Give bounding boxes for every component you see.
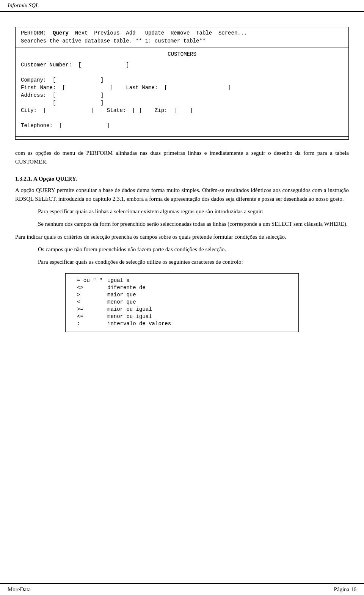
terminal-form-row: Address: [ ] [21, 92, 343, 98]
perform-label: PERFORM: [21, 29, 53, 37]
terminal-form-row: Company: [ ] [21, 77, 343, 83]
code-symbol: > [77, 292, 107, 298]
terminal-top-bar: PERFORM: Query Next Previous Add Update … [16, 27, 348, 47]
terminal-block: PERFORM: Query Next Previous Add Update … [15, 27, 349, 140]
code-description: diferente de [107, 285, 287, 291]
code-description: maior que [107, 292, 287, 298]
menu-items: Next Previous Add Update Remove Table Sc… [69, 29, 247, 37]
codes-table: = ou " "igual a<>diferente de>maior que<… [65, 273, 299, 332]
intro-text: com as opções do menu de PERFORM alinhad… [15, 149, 349, 167]
terminal-form-row: [ ] [21, 100, 343, 106]
header-title: Informix SQL [8, 2, 39, 9]
code-row: <=menor ou igual [77, 313, 287, 320]
query-bold: Query [53, 29, 69, 37]
code-description: igual a [107, 277, 287, 283]
terminal-form-row [21, 69, 343, 76]
code-row: <>diferente de [77, 285, 287, 291]
code-description: menor que [107, 299, 287, 305]
form-title: CUSTOMERS [21, 51, 343, 57]
terminal-line2: Searches the active database table. ** 1… [21, 37, 343, 45]
code-symbol: = ou " " [77, 277, 107, 283]
code-row: >=maior ou igual [77, 306, 287, 312]
terminal-form-row: First Name: [ ] Last Name: [ ] [21, 85, 343, 91]
code-row: >maior que [77, 292, 287, 298]
terminal-inner: CUSTOMERS Customer Number: [ ] Company: … [16, 47, 348, 136]
code-symbol: >= [77, 306, 107, 312]
terminal-form-row: City: [ ] State: [ ] Zip: [ ] [21, 107, 343, 113]
para6: Para especificar quais as condições de s… [38, 258, 349, 266]
terminal-bottom-border [16, 136, 348, 139]
code-description: menor ou igual [107, 313, 287, 320]
form-rows: Customer Number: [ ] Company: [ ]First N… [21, 62, 343, 129]
footer-right: Página 16 [334, 586, 356, 593]
terminal-form-row: Customer Number: [ ] [21, 62, 343, 68]
code-symbol: <= [77, 313, 107, 320]
code-symbol: : [77, 321, 107, 327]
page-footer: MoreData Página 16 [0, 583, 364, 595]
code-row: = ou " "igual a [77, 277, 287, 283]
para2: Para especificar quais as linhas a selec… [38, 207, 349, 216]
para3: Se nenhum dos campos da form for preench… [38, 220, 349, 228]
para1: A opção QUERY permite consultar a base d… [15, 186, 349, 204]
main-content: PERFORM: Query Next Previous Add Update … [0, 12, 364, 362]
code-description: intervalo de valores [107, 321, 287, 327]
terminal-form-row [21, 115, 343, 121]
terminal-line1: PERFORM: Query Next Previous Add Update … [21, 29, 343, 37]
code-symbol: <> [77, 285, 107, 291]
code-row: :intervalo de valores [77, 321, 287, 327]
terminal-form-row: Telephone: [ ] [21, 123, 343, 129]
code-row: <menor que [77, 299, 287, 305]
footer-left: MoreData [8, 586, 31, 593]
page-header: Informix SQL [0, 0, 364, 12]
para5: Os campos que não forem preenchidos não … [38, 245, 349, 254]
para4: Para indicar quais os critérios de selec… [15, 233, 349, 241]
section-heading: 1.3.2.1. A Opção QUERY. [15, 176, 349, 182]
code-symbol: < [77, 299, 107, 305]
code-description: maior ou igual [107, 306, 287, 312]
